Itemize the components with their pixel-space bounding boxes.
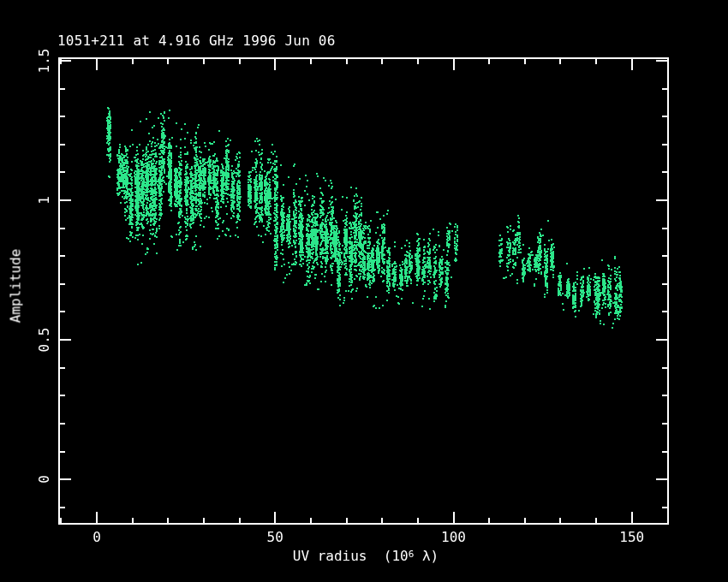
x-tick-label-50: 50	[267, 529, 283, 545]
y-axis-label: Amplitude	[8, 249, 24, 324]
y-tick-label-0.5: 0.5	[36, 328, 52, 353]
radplot-window: 1051+211 at 4.916 GHz 1996 Jun 06 Amplit…	[0, 0, 728, 582]
x-tick-label-0: 0	[92, 529, 101, 545]
y-tick-label-1: 1	[36, 196, 52, 205]
y-tick-label-1.5: 1.5	[36, 48, 52, 73]
plot-title: 1051+211 at 4.916 GHz 1996 Jun 06	[57, 33, 335, 49]
scatter-plot-canvas	[0, 0, 728, 582]
x-tick-label-100: 100	[441, 529, 466, 545]
x-axis-label: UV radius (106 λ)	[293, 548, 439, 564]
x-axis-label-text: UV radius (10	[293, 548, 409, 564]
x-axis-label-unit: λ)	[414, 548, 439, 564]
x-tick-label-150: 150	[619, 529, 644, 545]
y-tick-label-0: 0	[36, 475, 52, 484]
